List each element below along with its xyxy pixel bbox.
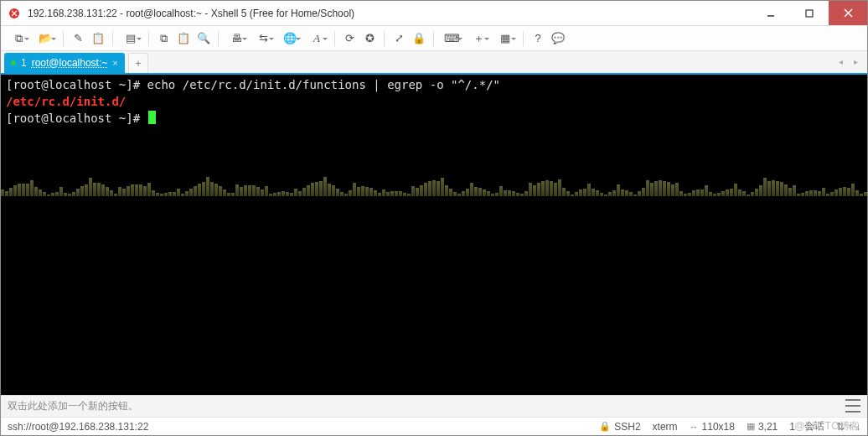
- hint-text: 双击此处添加一个新的按钮。: [8, 399, 138, 413]
- status-term: xterm: [653, 421, 678, 433]
- add-button[interactable]: ＋: [466, 29, 491, 48]
- terminal[interactable]: [root@localhost ~]# echo /etc/rc.d/init.…: [1, 75, 867, 395]
- app-icon: [8, 7, 21, 20]
- properties-button[interactable]: ▤: [118, 29, 143, 48]
- copy-button[interactable]: ⧉: [154, 29, 173, 48]
- separator: [218, 31, 219, 46]
- transfer-button[interactable]: ⇆: [251, 29, 276, 48]
- status-size: ↔110x18: [690, 421, 735, 433]
- font-button[interactable]: A: [304, 29, 329, 48]
- tab-scroll-left[interactable]: ◂: [834, 54, 847, 68]
- titlebar: 192.168.238.131:22 - root@localhost:~ - …: [1, 1, 867, 26]
- help-button[interactable]: ?: [529, 29, 547, 48]
- separator: [433, 31, 434, 46]
- highlight-button[interactable]: ✎: [69, 29, 87, 48]
- new-tab-button[interactable]: ＋: [128, 53, 148, 73]
- tab-scroll: ◂ ▸: [834, 54, 862, 68]
- status-bar: ssh://root@192.168.238.131:22 🔒SSH2 xter…: [1, 417, 867, 435]
- hint-bar[interactable]: 双击此处添加一个新的按钮。: [1, 395, 867, 417]
- status-protocol: 🔒SSH2: [599, 421, 640, 433]
- print-button[interactable]: 🖶: [224, 29, 249, 48]
- lock-icon: 🔒: [599, 421, 611, 432]
- compass-button[interactable]: ✪: [360, 29, 379, 48]
- separator: [112, 31, 113, 46]
- separator: [63, 31, 64, 46]
- terminal-line: [root@localhost ~]# echo /etc/rc.d/init.…: [6, 76, 862, 93]
- close-button[interactable]: [829, 1, 867, 25]
- window-title: 192.168.238.131:22 - root@localhost:~ - …: [28, 8, 752, 19]
- tab-close-icon[interactable]: ×: [112, 58, 117, 68]
- hamburger-menu-icon[interactable]: [845, 399, 860, 413]
- terminal-output: /etc/rc.d/init.d/: [6, 93, 862, 110]
- globe-button[interactable]: 🌐: [277, 29, 302, 48]
- status-transfer-arrows: ⇅ ↑ ↓: [836, 421, 860, 433]
- maximize-button[interactable]: [790, 1, 829, 25]
- open-button[interactable]: 📂: [33, 29, 58, 48]
- tabbar: 1 root@localhost:~ × ＋ ◂ ▸: [1, 51, 867, 75]
- tab-index: 1: [21, 57, 27, 69]
- svg-rect-2: [806, 10, 813, 17]
- separator: [334, 31, 335, 46]
- separator: [384, 31, 385, 46]
- new-session-button[interactable]: ⧉: [6, 29, 31, 48]
- status-connection: ssh://root@192.168.238.131:22: [8, 421, 587, 433]
- toolbar: ⧉ 📂 ✎ 📋 ▤ ⧉ 📋 🔍 🖶 ⇆ 🌐 A ⟳ ✪ ⤢ 🔒 ⌨ ＋ ▦ ? …: [1, 26, 867, 51]
- clipboard-button[interactable]: 📋: [174, 29, 193, 48]
- fullscreen-button[interactable]: ⤢: [390, 29, 408, 48]
- minimize-button[interactable]: [752, 1, 790, 25]
- chat-button[interactable]: 💬: [549, 29, 567, 48]
- tab-scroll-right[interactable]: ▸: [849, 54, 862, 68]
- lock-button[interactable]: 🔒: [410, 29, 428, 48]
- separator: [148, 31, 149, 46]
- reload-button[interactable]: ⟳: [340, 29, 359, 48]
- status-position: ▦3,21: [747, 421, 778, 433]
- tab-label: root@localhost:~: [32, 57, 108, 69]
- grid-icon: ▦: [747, 421, 755, 432]
- connection-status-icon: [11, 60, 16, 65]
- terminal-prompt-line: [root@localhost ~]#: [6, 110, 862, 127]
- window-controls: [752, 1, 867, 25]
- search-button[interactable]: 🔍: [194, 29, 213, 48]
- resize-icon: ↔: [690, 422, 699, 432]
- app-window: 192.168.238.131:22 - root@localhost:~ - …: [0, 0, 868, 436]
- terminal-prompt: [root@localhost ~]#: [6, 112, 147, 125]
- cursor: [148, 111, 156, 124]
- status-sessions: 1 会话: [789, 419, 824, 433]
- keyboard-button[interactable]: ⌨: [439, 29, 464, 48]
- tab-session-1[interactable]: 1 root@localhost:~ ×: [4, 53, 125, 73]
- paste-button[interactable]: 📋: [89, 29, 107, 48]
- waveform-decoration: [1, 171, 867, 196]
- layout-button[interactable]: ▦: [493, 29, 518, 48]
- separator: [523, 31, 524, 46]
